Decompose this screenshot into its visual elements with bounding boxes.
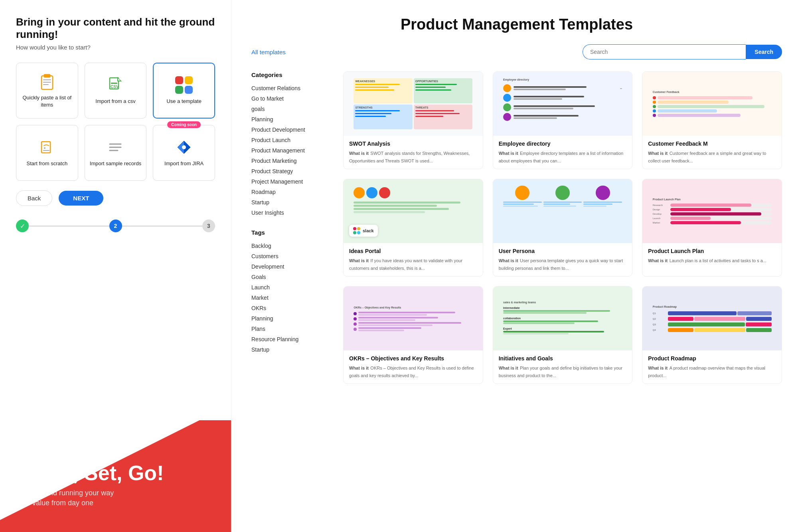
tag-resource-planning[interactable]: Resource Planning [251, 334, 331, 344]
template-launch[interactable]: Product Launch Plan Research Design Deve… [642, 179, 782, 277]
option-template[interactable]: Use a template [153, 63, 215, 119]
cat-go-to-market[interactable]: Go to Market [251, 93, 331, 104]
roadmap-name: Product Roadmap [648, 355, 776, 362]
roadmap-what: What is it [648, 366, 668, 370]
feedback-name: Customer Feedback M [648, 140, 776, 147]
categories-section: Categories Customer Relations Go to Mark… [251, 71, 331, 218]
progress-line-1 [29, 225, 109, 227]
sidebar: Categories Customer Relations Go to Mark… [251, 71, 331, 516]
cat-project-management[interactable]: Project Management [251, 176, 331, 187]
employee-what: What is it [499, 151, 518, 156]
cat-roadmap[interactable]: Roadmap [251, 187, 331, 197]
svg-point-9 [44, 147, 45, 149]
template-initiatives[interactable]: sales & marketing teams Intermediate col… [493, 286, 633, 384]
clipboard-icon [38, 73, 56, 90]
template-roadmap[interactable]: Product Roadmap Q1 Q2 [642, 286, 782, 384]
csv-label: Import from a csv [95, 98, 135, 105]
okrs-name: OKRs – Objectives and Key Results [349, 355, 477, 362]
template-persona[interactable]: User Persona What is it User persona tem… [493, 179, 633, 277]
paste-label: Quickly paste a list of items [21, 94, 73, 109]
launch-preview: Product Launch Plan Research Design Deve… [642, 179, 782, 243]
okrs-preview: OKRs – Objectives and Key Results [344, 287, 483, 350]
banner-title: Ready, Set, Go! [12, 462, 164, 485]
step-1-done: ✓ [16, 220, 29, 232]
launch-what: What is it [648, 258, 668, 263]
option-jira[interactable]: Coming soon Import from JIRA [153, 125, 215, 181]
svg-rect-8 [41, 142, 50, 153]
search-container: Search [583, 44, 782, 59]
progress-row: ✓ 2 3 [16, 220, 215, 232]
cat-startup[interactable]: Startup [251, 197, 331, 208]
initiatives-preview: sales & marketing teams Intermediate col… [493, 287, 632, 350]
swot-what: What is it [349, 151, 369, 156]
categories-title: Categories [251, 71, 331, 78]
initiatives-name: Initiatives and Goals [499, 355, 627, 362]
tag-market[interactable]: Market [251, 293, 331, 303]
tag-development[interactable]: Development [251, 261, 331, 272]
svg-rect-1 [44, 74, 50, 77]
ideas-name: Ideas Portal [349, 248, 477, 254]
tag-goals[interactable]: Goals [251, 272, 331, 282]
template-okrs[interactable]: OKRs – Objectives and Key Results OKRs –… [343, 286, 483, 384]
swot-name: SWOT Analysis [349, 140, 477, 147]
roadmap-preview: Product Roadmap Q1 Q2 [642, 287, 782, 350]
scratch-label: Start from scratch [27, 160, 68, 167]
tag-launch[interactable]: Launch [251, 282, 331, 293]
sample-label: Import sample records [90, 160, 141, 167]
nav-buttons: Back NEXT [16, 190, 215, 206]
tag-backlog[interactable]: Backlog [251, 241, 331, 251]
cat-user-insights[interactable]: User Insights [251, 208, 331, 218]
template-swot[interactable]: WEAKNESSES OPPORTUNITIES STREN [343, 71, 483, 169]
tag-okrs[interactable]: OKRs [251, 303, 331, 313]
progress-line-2 [122, 225, 203, 227]
employee-name: Employee directory [499, 140, 627, 147]
launch-desc: Launch plan is a list of activities and … [670, 258, 766, 263]
cat-product-marketing[interactable]: Product Marketing [251, 156, 331, 166]
tag-startup[interactable]: Startup [251, 344, 331, 355]
cat-product-management[interactable]: Product Management [251, 145, 331, 156]
template-feedback[interactable]: Customer Feedback Customer Feedback M Wh… [642, 71, 782, 169]
tags-title: Tags [251, 229, 331, 236]
template-icon [175, 76, 193, 94]
page-title: Bring in your content and hit the ground… [16, 16, 215, 41]
svg-text:CSV: CSV [111, 85, 119, 89]
template-ideas[interactable]: slack Ideas Portal What is it If you hav… [343, 179, 483, 277]
next-button[interactable]: NEXT [59, 191, 103, 206]
search-input[interactable] [583, 44, 746, 59]
persona-preview [493, 179, 632, 243]
launch-name: Product Launch Plan [648, 248, 776, 254]
cat-product-development[interactable]: Product Development [251, 125, 331, 135]
cat-product-strategy[interactable]: Product Strategy [251, 166, 331, 176]
top-bar: All templates Search [251, 44, 782, 59]
jira-label: Import from JIRA [164, 160, 203, 167]
tag-planning[interactable]: Planning [251, 313, 331, 324]
persona-what: What is it [499, 258, 518, 263]
option-sample[interactable]: Import sample records [85, 125, 147, 181]
tag-plans[interactable]: Plans [251, 324, 331, 334]
svg-point-16 [182, 145, 186, 149]
tags-section: Tags Backlog Customers Development Goals… [251, 229, 331, 355]
option-scratch[interactable]: Start from scratch [16, 125, 78, 181]
okrs-what: What is it [349, 366, 369, 370]
all-templates-link[interactable]: All templates [251, 49, 286, 55]
template-label: Use a template [166, 98, 201, 105]
option-csv[interactable]: CSV Import from a csv [85, 63, 147, 119]
option-paste[interactable]: Quickly paste a list of items [16, 63, 78, 119]
cat-planning[interactable]: Planning [251, 114, 331, 125]
back-button[interactable]: Back [16, 190, 52, 206]
employee-preview: Employee directory •• [493, 72, 632, 136]
step-3: 3 [202, 220, 215, 232]
search-button[interactable]: Search [746, 45, 782, 59]
banner-subtitle: Hit the ground running your way& see val… [12, 488, 164, 508]
cat-customer-relations[interactable]: Customer Relations [251, 83, 331, 93]
scratch-icon [38, 138, 56, 156]
svg-rect-6 [111, 83, 117, 84]
cat-product-launch[interactable]: Product Launch [251, 135, 331, 145]
banner-text: Ready, Set, Go! Hit the ground running y… [12, 462, 164, 508]
left-panel: Bring in your content and hit the ground… [0, 0, 231, 532]
right-panel: Product Management Templates All templat… [231, 0, 798, 532]
cat-goals[interactable]: goals [251, 104, 331, 114]
template-employee[interactable]: Employee directory •• [493, 71, 633, 169]
coming-soon-badge: Coming soon [167, 121, 201, 128]
tag-customers[interactable]: Customers [251, 251, 331, 261]
